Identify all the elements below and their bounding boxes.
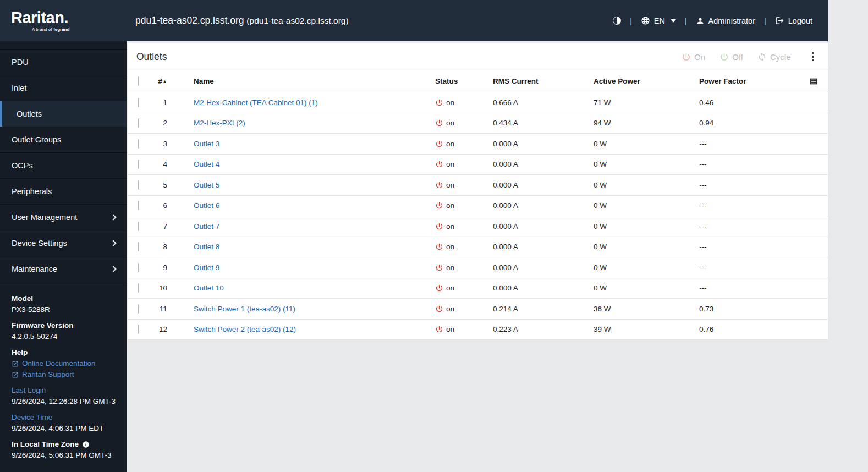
device-time-value: 9/26/2024, 4:06:31 PM EDT bbox=[12, 423, 117, 434]
column-header-number[interactable]: #▲ bbox=[150, 77, 172, 85]
status-text: on bbox=[446, 264, 454, 272]
sidebar-item-label: Outlets bbox=[17, 109, 42, 118]
column-settings-icon bbox=[809, 77, 818, 86]
outlet-name-link[interactable]: Outlet 6 bbox=[194, 201, 219, 210]
column-header-active-power[interactable]: Active Power bbox=[594, 77, 699, 85]
raritan-support-link[interactable]: Raritan Support bbox=[12, 369, 117, 380]
power-status-icon bbox=[435, 140, 443, 148]
more-options-button[interactable] bbox=[809, 50, 817, 64]
power-status-icon bbox=[435, 98, 443, 107]
row-checkbox[interactable] bbox=[138, 242, 139, 251]
outlet-number: 4 bbox=[150, 160, 172, 168]
outlet-status: on bbox=[435, 160, 493, 168]
column-settings-button[interactable] bbox=[809, 77, 818, 87]
online-documentation-link[interactable]: Online Documentation bbox=[12, 358, 117, 369]
sidebar-item-user-management[interactable]: User Management bbox=[0, 205, 127, 230]
outlet-name-link[interactable]: M2-Hex-Cabinet (TEA Cabinet 01) (1) bbox=[194, 98, 318, 107]
outlet-name-link[interactable]: Switch Power 2 (tea-as02) (12) bbox=[194, 325, 296, 333]
row-checkbox[interactable] bbox=[138, 160, 139, 169]
rms-current-value: 0.223 A bbox=[493, 325, 594, 333]
row-checkbox[interactable] bbox=[138, 118, 139, 128]
sidebar-item-pdu[interactable]: PDU bbox=[0, 50, 127, 75]
sidebar-item-label: User Management bbox=[12, 213, 77, 222]
power-status-icon bbox=[435, 284, 443, 292]
off-button[interactable]: Off bbox=[719, 52, 743, 62]
on-button[interactable]: On bbox=[682, 52, 705, 62]
row-checkbox[interactable] bbox=[138, 98, 139, 107]
row-checkbox[interactable] bbox=[138, 263, 139, 272]
outlet-name-link[interactable]: Outlet 10 bbox=[194, 284, 224, 292]
select-all-checkbox[interactable] bbox=[138, 76, 139, 86]
username-label: Administrator bbox=[708, 17, 755, 25]
rms-current-value: 0.000 A bbox=[493, 264, 594, 272]
outlet-name-link[interactable]: Switch Power 1 (tea-as02) (11) bbox=[194, 305, 295, 313]
column-header-status[interactable]: Status bbox=[435, 77, 493, 85]
outlet-row: 9 Outlet 9 on 0.000 A 0 W --- bbox=[128, 257, 828, 278]
rms-current-value: 0.666 A bbox=[493, 98, 594, 107]
sidebar-item-outlets[interactable]: Outlets bbox=[0, 101, 127, 127]
sidebar-item-outlet-groups[interactable]: Outlet Groups bbox=[0, 127, 127, 153]
outlet-row: 7 Outlet 7 on 0.000 A 0 W --- bbox=[128, 216, 828, 237]
power-factor-value: 0.73 bbox=[699, 305, 828, 313]
active-power-value: 0 W bbox=[594, 140, 699, 148]
power-status-icon bbox=[435, 264, 443, 272]
separator: | bbox=[629, 17, 633, 25]
outlet-number: 11 bbox=[150, 305, 172, 313]
outlet-number: 6 bbox=[150, 201, 172, 210]
row-checkbox[interactable] bbox=[138, 304, 139, 314]
active-power-value: 71 W bbox=[594, 98, 699, 107]
column-header-rms-current[interactable]: RMS Current bbox=[493, 77, 594, 85]
column-header-name[interactable]: Name bbox=[172, 77, 435, 85]
chevron-right-icon bbox=[110, 266, 116, 272]
active-power-value: 0 W bbox=[594, 284, 699, 292]
row-checkbox[interactable] bbox=[138, 283, 139, 293]
outlet-name-link[interactable]: Outlet 5 bbox=[194, 181, 219, 189]
chevron-down-icon bbox=[671, 19, 676, 23]
status-text: on bbox=[446, 160, 454, 168]
active-power-value: 94 W bbox=[594, 119, 699, 127]
device-info-panel: Model PX3-5288R Firmware Version 4.2.0.5… bbox=[0, 282, 127, 461]
row-checkbox[interactable] bbox=[138, 222, 139, 231]
rms-current-value: 0.214 A bbox=[493, 305, 594, 313]
outlet-name-link[interactable]: Outlet 8 bbox=[194, 243, 219, 251]
outlets-toolbar: Outlets On Off Cycle bbox=[128, 43, 828, 70]
sidebar-item-device-settings[interactable]: Device Settings bbox=[0, 230, 127, 256]
outlet-name-link[interactable]: Outlet 3 bbox=[194, 140, 219, 148]
outlet-name-link[interactable]: Outlet 7 bbox=[194, 222, 219, 230]
outlet-status: on bbox=[435, 243, 493, 251]
outlet-status: on bbox=[435, 264, 493, 272]
sidebar-item-maintenance[interactable]: Maintenance bbox=[0, 256, 127, 282]
outlet-row: 11 Switch Power 1 (tea-as02) (11) on 0.2… bbox=[128, 299, 828, 320]
outlet-name-link[interactable]: M2-Hex-PXI (2) bbox=[194, 119, 245, 127]
sort-ascending-icon: ▲ bbox=[162, 79, 167, 84]
outlet-name-link[interactable]: Outlet 9 bbox=[194, 264, 219, 272]
sidebar-item-inlet[interactable]: Inlet bbox=[0, 75, 127, 101]
outlet-number: 2 bbox=[150, 119, 172, 127]
language-selector[interactable]: EN bbox=[641, 16, 676, 25]
rms-current-value: 0.000 A bbox=[493, 243, 594, 251]
sidebar-item-peripherals[interactable]: Peripherals bbox=[0, 179, 127, 205]
status-text: on bbox=[446, 140, 454, 148]
rms-current-value: 0.000 A bbox=[493, 140, 594, 148]
last-login-label: Last Login bbox=[12, 385, 117, 396]
model-label: Model bbox=[12, 293, 117, 304]
row-checkbox[interactable] bbox=[138, 139, 139, 149]
user-menu[interactable]: Administrator bbox=[696, 17, 755, 25]
row-checkbox[interactable] bbox=[138, 325, 139, 334]
outlet-name-link[interactable]: Outlet 4 bbox=[194, 160, 219, 168]
power-off-icon bbox=[719, 52, 729, 62]
info-icon[interactable] bbox=[82, 441, 90, 448]
rms-current-value: 0.000 A bbox=[493, 181, 594, 189]
sidebar-item-ocps[interactable]: OCPs bbox=[0, 153, 127, 179]
cycle-button[interactable]: Cycle bbox=[757, 52, 791, 62]
outlet-status: on bbox=[435, 305, 493, 313]
column-header-power-factor[interactable]: Power Factor bbox=[699, 77, 828, 85]
logout-button[interactable]: Logout bbox=[775, 16, 812, 25]
theme-toggle-icon[interactable] bbox=[613, 17, 621, 25]
globe-icon bbox=[641, 16, 650, 25]
row-checkbox[interactable] bbox=[138, 201, 139, 210]
sidebar-nav: PDU Inlet Outlets Outlet Groups OCPs Per… bbox=[0, 50, 127, 282]
active-power-value: 39 W bbox=[594, 325, 699, 333]
row-checkbox[interactable] bbox=[138, 180, 139, 190]
power-status-icon bbox=[435, 181, 443, 189]
